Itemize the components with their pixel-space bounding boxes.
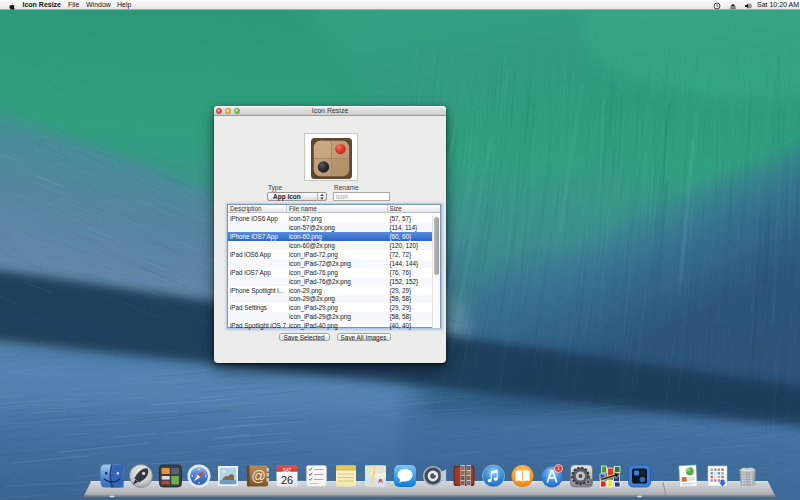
svg-text:@: @	[251, 468, 266, 484]
svg-text:26: 26	[281, 474, 293, 486]
svg-text:SAT: SAT	[283, 468, 292, 473]
svg-text:1: 1	[557, 465, 560, 471]
